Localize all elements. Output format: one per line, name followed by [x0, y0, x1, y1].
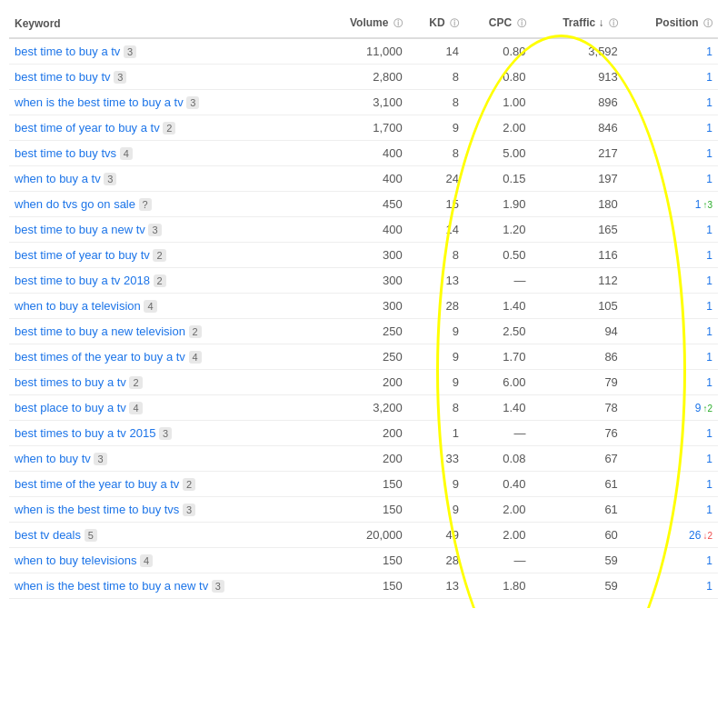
keyword-cell: best time to buy tv 3 — [9, 65, 319, 90]
kd-cell: 33 — [408, 446, 464, 472]
position-cell: 1 — [623, 319, 718, 344]
keyword-link[interactable]: when is the best time to buy a new tv — [15, 579, 208, 593]
volume-cell: 11,000 — [319, 38, 407, 65]
position-cell: 1 — [623, 294, 718, 319]
volume-cell: 150 — [319, 497, 407, 523]
keyword-badge: 3 — [186, 96, 199, 109]
traffic-cell: 60 — [532, 523, 623, 548]
keyword-badge: 3 — [114, 71, 126, 84]
keyword-badge: 3 — [94, 453, 106, 465]
keyword-link[interactable]: when to buy a tv — [15, 172, 101, 185]
traffic-cell: 78 — [532, 395, 623, 421]
keyword-link[interactable]: best time of year to buy a tv — [15, 121, 160, 135]
keyword-link[interactable]: best times to buy a tv 2015 — [15, 426, 155, 440]
keyword-link[interactable]: best time to buy a tv 2018 — [15, 274, 150, 287]
volume-cell: 400 — [319, 166, 407, 192]
keyword-link[interactable]: best time to buy tvs — [15, 146, 116, 160]
traffic-cell: 86 — [532, 344, 623, 370]
keyword-cell: best times of the year to buy a tv 4 — [9, 344, 319, 370]
traffic-cell: 79 — [532, 370, 623, 395]
traffic-cell: 913 — [532, 65, 623, 90]
keyword-link[interactable]: best time to buy a new tv — [15, 223, 145, 236]
kd-info-icon[interactable]: ⓘ — [450, 18, 459, 28]
volume-cell: 400 — [319, 141, 407, 166]
cpc-cell: 1.80 — [464, 573, 531, 599]
keyword-link[interactable]: when is the best time to buy tvs — [15, 503, 179, 516]
position-value: 9 — [695, 402, 702, 414]
col-header-keyword: Keyword — [9, 9, 319, 38]
cpc-cell: 1.90 — [464, 192, 531, 217]
keyword-link[interactable]: best place to buy a tv — [15, 401, 126, 414]
cpc-cell: — — [464, 548, 531, 573]
keyword-link[interactable]: when do tvs go on sale — [15, 197, 135, 211]
table-row: best time to buy a new television 225092… — [9, 319, 718, 344]
keyword-link[interactable]: best time of year to buy tv — [15, 248, 150, 262]
cpc-cell: 2.00 — [464, 115, 531, 141]
position-cell: 1 — [623, 166, 718, 192]
kd-cell: 8 — [408, 141, 464, 166]
traffic-info-icon[interactable]: ⓘ — [609, 18, 618, 28]
traffic-cell: 3,592 — [532, 38, 623, 65]
traffic-cell: 61 — [532, 472, 623, 497]
keyword-link[interactable]: best times of the year to buy a tv — [15, 350, 185, 364]
table-row: best tv deals 520,000492.006026↓2 — [9, 523, 718, 548]
position-info-icon[interactable]: ⓘ — [703, 18, 712, 28]
keyword-cell: when is the best time to buy tvs 3 — [9, 497, 319, 523]
table-row: when to buy a tv 3400240.151971 — [9, 166, 718, 192]
keyword-link[interactable]: when is the best time to buy a tv — [15, 95, 184, 109]
volume-cell: 400 — [319, 217, 407, 243]
table-row: when to buy a television 4300281.401051 — [9, 294, 718, 319]
table-row: when to buy tv 3200330.08671 — [9, 446, 718, 472]
keyword-link[interactable]: best time of the year to buy a tv — [15, 477, 179, 491]
position-value: 1 — [706, 580, 712, 593]
keyword-cell: best times to buy a tv 2015 3 — [9, 421, 319, 446]
table-row: when is the best time to buy tvs 315092.… — [9, 497, 718, 523]
traffic-cell: 94 — [532, 319, 623, 344]
kd-cell: 13 — [408, 268, 464, 294]
keyword-cell: when do tvs go on sale ? — [9, 192, 319, 217]
volume-cell: 150 — [319, 573, 407, 599]
keyword-cell: best time to buy a new tv 3 — [9, 217, 319, 243]
volume-info-icon[interactable]: ⓘ — [393, 18, 403, 28]
position-cell: 1 — [623, 38, 718, 65]
keyword-link[interactable]: when to buy televisions — [15, 553, 136, 567]
cpc-cell: — — [464, 421, 531, 446]
cpc-cell: 0.80 — [464, 65, 531, 90]
table-row: when to buy televisions 415028—591 — [9, 548, 718, 573]
keyword-link[interactable]: best time to buy a new television — [15, 324, 185, 338]
keyword-link[interactable]: best time to buy tv — [15, 70, 111, 84]
position-cell: 1↑3 — [623, 192, 718, 217]
col-header-cpc: CPC ⓘ — [464, 9, 531, 38]
cpc-cell: 2.00 — [464, 497, 531, 523]
keyword-link[interactable]: when to buy tv — [15, 452, 91, 465]
position-value: 1 — [706, 478, 712, 491]
position-cell: 1 — [623, 446, 718, 472]
table-row: best time to buy tvs 440085.002171 — [9, 141, 718, 166]
position-cell: 1 — [623, 243, 718, 268]
keyword-link[interactable]: when to buy a television — [15, 299, 141, 313]
table-row: best time to buy a tv 2018 230013—1121 — [9, 268, 718, 294]
position-change: ↑2 — [702, 404, 712, 414]
keyword-badge: 2 — [189, 325, 202, 338]
position-cell: 1 — [623, 548, 718, 573]
cpc-cell: 1.40 — [464, 294, 531, 319]
col-header-kd: KD ⓘ — [408, 9, 464, 38]
volume-cell: 250 — [319, 319, 407, 344]
cpc-cell: 1.70 — [464, 344, 531, 370]
cpc-info-icon[interactable]: ⓘ — [517, 18, 526, 28]
volume-cell: 200 — [319, 446, 407, 472]
keyword-badge: 4 — [129, 402, 142, 414]
volume-cell: 300 — [319, 294, 407, 319]
keyword-badge: 2 — [154, 274, 166, 287]
keyword-link[interactable]: best times to buy a tv — [15, 375, 126, 389]
keyword-link[interactable]: best time to buy a tv — [15, 45, 120, 58]
keyword-cell: best time of the year to buy a tv 2 — [9, 472, 319, 497]
position-value: 1 — [706, 453, 712, 465]
position-value: 1 — [706, 504, 712, 516]
table-row: best times of the year to buy a tv 42509… — [9, 344, 718, 370]
traffic-cell: 59 — [532, 573, 623, 599]
keyword-link[interactable]: best tv deals — [15, 528, 81, 542]
position-value: 1 — [706, 122, 712, 135]
keyword-badge: 4 — [189, 351, 202, 364]
traffic-cell: 217 — [532, 141, 623, 166]
